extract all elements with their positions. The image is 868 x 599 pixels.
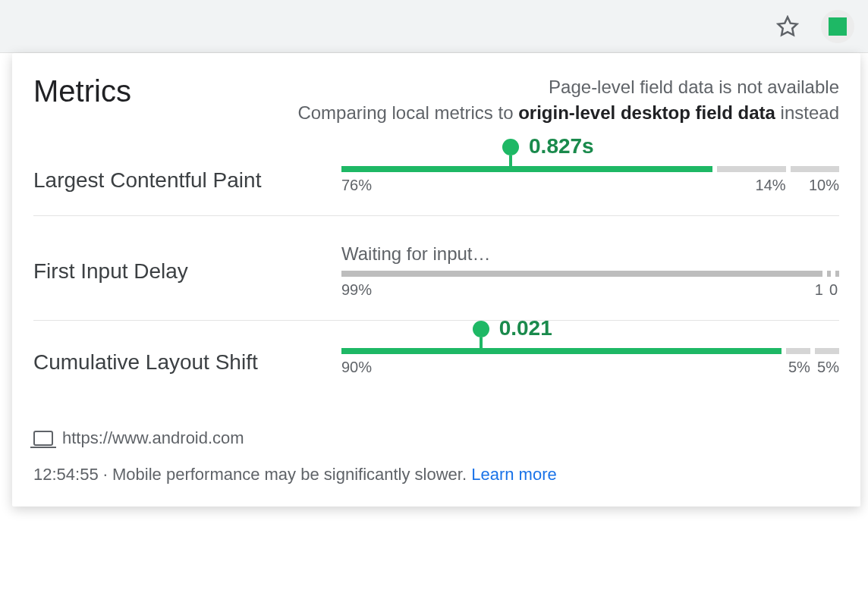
metric-body-fid: Waiting for input… 99% 1 0 <box>341 243 839 299</box>
cls-ni-label: 5% <box>786 359 810 376</box>
fid-distribution-bar <box>341 271 839 277</box>
web-vitals-popup: Metrics Page-level field data is not ava… <box>12 53 860 506</box>
cls-good-segment <box>341 348 782 354</box>
marker-dot-icon <box>473 321 489 337</box>
marker-stem <box>480 337 483 353</box>
popup-footer: https://www.android.com 12:54:55 · Mobil… <box>33 422 839 491</box>
marker-dot-icon <box>502 139 519 155</box>
metrics-list: Largest Contentful Paint 0.827s 76% 14% … <box>33 166 839 385</box>
fid-good-segment <box>341 271 822 277</box>
lcp-labels: 76% 14% 10% <box>341 177 839 194</box>
lcp-good-segment <box>341 166 712 172</box>
popup-header: Metrics Page-level field data is not ava… <box>33 74 839 125</box>
metric-name: Cumulative Layout Shift <box>33 350 341 375</box>
fid-ni-label: 1 <box>815 281 825 299</box>
cls-good-label: 90% <box>341 359 782 376</box>
fid-poor-segment <box>835 271 839 277</box>
metric-row-cls: Cumulative Layout Shift 0.021 90% 5% 5% <box>33 321 839 385</box>
fid-ni-segment <box>827 271 831 277</box>
fid-good-label: 99% <box>341 281 810 299</box>
tested-url: https://www.android.com <box>62 422 244 455</box>
cls-poor-label: 5% <box>815 359 839 376</box>
cls-marker <box>473 321 489 353</box>
cls-ni-segment <box>786 348 810 354</box>
device-line: https://www.android.com <box>33 422 839 455</box>
lcp-distribution-bar <box>341 166 839 172</box>
star-outline-icon <box>776 15 799 38</box>
learn-more-link[interactable]: Learn more <box>471 465 557 484</box>
cls-labels: 90% 5% 5% <box>341 359 839 376</box>
metric-body-cls: 0.021 90% 5% 5% <box>341 348 839 376</box>
bookmark-star-button[interactable] <box>771 10 804 43</box>
lcp-poor-segment <box>791 166 839 172</box>
metric-body-lcp: 0.827s 76% 14% 10% <box>341 166 839 194</box>
lcp-good-label: 76% <box>341 177 712 194</box>
metric-name: First Input Delay <box>33 259 341 284</box>
metric-row-lcp: Largest Contentful Paint 0.827s 76% 14% … <box>33 166 839 216</box>
footer-note: Mobile performance may be significantly … <box>112 465 471 484</box>
popup-subtitle: Page-level field data is not available C… <box>297 74 839 125</box>
lcp-value: 0.827s <box>529 134 594 158</box>
cls-distribution-bar <box>341 348 839 354</box>
fid-waiting-text: Waiting for input… <box>341 243 839 265</box>
popup-title: Metrics <box>33 74 131 108</box>
extension-button[interactable] <box>821 10 854 43</box>
marker-stem <box>509 155 512 171</box>
subtitle-line1: Page-level field data is not available <box>549 77 839 97</box>
lcp-ni-segment <box>717 166 785 172</box>
separator: · <box>99 465 112 484</box>
timestamp: 12:54:55 <box>33 465 99 484</box>
svg-marker-0 <box>778 17 797 35</box>
lcp-poor-label: 10% <box>791 177 839 194</box>
fid-labels: 99% 1 0 <box>341 281 839 299</box>
lcp-ni-label: 14% <box>717 177 785 194</box>
subtitle-line2-suffix: instead <box>775 102 839 123</box>
subtitle-line2-prefix: Comparing local metrics to <box>297 102 518 123</box>
laptop-icon <box>33 431 53 446</box>
subtitle-line2-bold: origin-level desktop field data <box>518 102 775 123</box>
footer-note-line: 12:54:55 · Mobile performance may be sig… <box>33 458 839 491</box>
cls-value: 0.021 <box>499 316 552 340</box>
lcp-marker <box>502 139 519 171</box>
browser-toolbar <box>0 0 868 53</box>
cls-poor-segment <box>815 348 839 354</box>
metric-row-fid: First Input Delay Waiting for input… 99%… <box>33 216 839 321</box>
fid-poor-label: 0 <box>829 281 839 299</box>
web-vitals-extension-icon <box>829 17 847 36</box>
metric-name: Largest Contentful Paint <box>33 168 341 193</box>
